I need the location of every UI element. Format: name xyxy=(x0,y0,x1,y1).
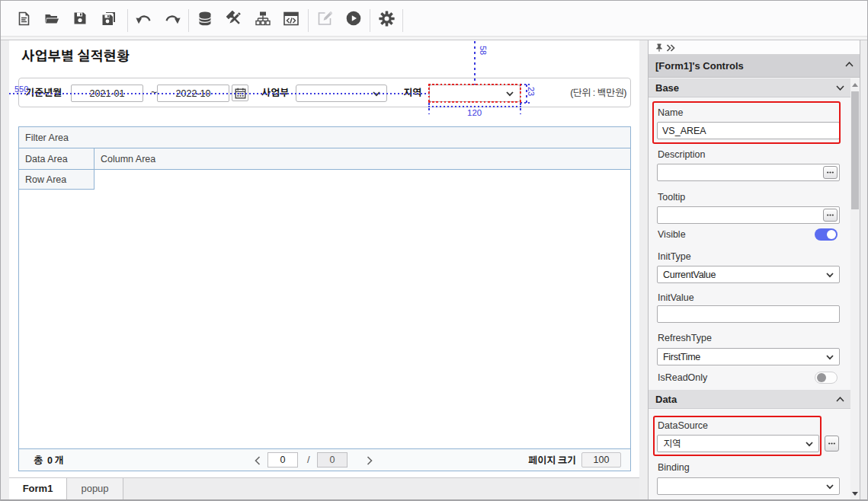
guide-tick-v xyxy=(428,103,430,114)
chevron-down-icon xyxy=(826,273,834,278)
refreshtype-select[interactable]: FirstTime xyxy=(657,348,840,365)
pivot-data-area-label: Data Area xyxy=(25,153,68,165)
code-icon xyxy=(283,11,299,26)
save-button[interactable] xyxy=(66,5,94,32)
total-label-text: 총 xyxy=(34,455,43,466)
initvalue-input[interactable] xyxy=(657,305,840,323)
edit-button[interactable] xyxy=(311,5,338,32)
ellipsis-icon xyxy=(827,214,834,216)
gear-icon xyxy=(379,11,395,27)
total-count-value: 0 xyxy=(47,455,52,466)
binding-select[interactable] xyxy=(657,477,840,495)
guide-line-top xyxy=(474,41,476,85)
pivot-grid: Filter Area Data Area Column Area Row Ar… xyxy=(18,126,631,471)
chevron-down-icon xyxy=(836,85,844,91)
run-button[interactable] xyxy=(340,5,367,32)
visible-toggle[interactable] xyxy=(815,228,838,241)
settings-button[interactable] xyxy=(373,5,400,32)
range-separator: ~ xyxy=(151,87,157,97)
pivot-filter-area[interactable]: Filter Area xyxy=(19,127,630,148)
new-file-icon xyxy=(17,11,31,26)
code-editor-button[interactable] xyxy=(277,5,305,32)
database-button[interactable] xyxy=(191,5,219,32)
visible-label: Visible xyxy=(658,230,686,240)
new-file-button[interactable] xyxy=(10,5,37,32)
undo-button[interactable] xyxy=(130,5,157,32)
grid-pagination: 총 0 개 / 페이지 크기 100 xyxy=(19,448,630,471)
pivot-row-area-label: Row Area xyxy=(25,174,66,186)
inspector-scrollbar[interactable] xyxy=(850,78,860,499)
collapse-panel-icon[interactable] xyxy=(666,44,675,52)
design-canvas: 사업부별 실적현황 기준년월 ~ 사업부 지역 xyxy=(9,40,639,477)
current-page-input[interactable] xyxy=(267,452,298,467)
chevron-left-icon xyxy=(255,456,261,465)
guide-tick-v xyxy=(520,103,521,114)
isreadonly-toggle[interactable] xyxy=(815,372,838,384)
chevron-up-icon xyxy=(845,62,854,67)
scroll-down-icon[interactable] xyxy=(852,492,858,496)
description-input[interactable] xyxy=(657,164,840,181)
section-data[interactable]: Data xyxy=(649,390,850,409)
save-all-icon xyxy=(101,11,117,26)
sitemap-icon xyxy=(255,11,271,26)
page-size-label: 페이지 크기 xyxy=(528,455,576,467)
tab-popup[interactable]: popup xyxy=(67,478,123,500)
chevron-up-icon xyxy=(836,397,844,402)
ellipsis-icon xyxy=(828,442,835,445)
chevron-down-icon xyxy=(826,484,834,490)
pivot-column-area[interactable]: Column Area xyxy=(94,148,630,170)
toggle-knob xyxy=(817,373,826,382)
tooltip-more-button[interactable] xyxy=(823,209,838,222)
toolbar-separator xyxy=(370,9,370,32)
name-highlight xyxy=(652,101,841,144)
inittype-value: CurrentValue xyxy=(663,270,716,280)
toolbar-separator xyxy=(402,9,403,32)
save-icon xyxy=(73,11,87,25)
tools-button[interactable] xyxy=(220,5,248,32)
redo-button[interactable] xyxy=(159,5,186,32)
page-size-value[interactable]: 100 xyxy=(581,452,621,467)
tab-form1[interactable]: Form1 xyxy=(9,478,67,500)
section-data-label: Data xyxy=(655,394,677,405)
tools-icon xyxy=(226,11,242,27)
refreshtype-label: RefreshType xyxy=(658,333,712,343)
chevron-right-icon xyxy=(367,456,373,465)
page-separator: / xyxy=(307,454,310,465)
save-all-button[interactable] xyxy=(95,5,123,32)
database-icon xyxy=(198,11,212,26)
inspector-header[interactable]: [Form1]'s Controls xyxy=(649,55,860,78)
guide-height: 23 xyxy=(527,87,535,96)
datasource-highlight xyxy=(653,416,822,456)
pivot-row-area[interactable]: Row Area xyxy=(19,170,94,190)
section-base[interactable]: Base xyxy=(649,78,850,97)
tooltip-label: Tooltip xyxy=(658,193,685,203)
total-pages-input xyxy=(317,452,348,467)
description-more-button[interactable] xyxy=(823,166,838,179)
main-toolbar xyxy=(1,1,867,37)
binding-label: Binding xyxy=(658,463,690,473)
datasource-more-button[interactable] xyxy=(825,436,839,452)
report-title: 사업부별 실적현황 xyxy=(21,49,130,65)
undo-icon xyxy=(136,12,152,24)
guide-line-left xyxy=(9,93,429,94)
pivot-data-area[interactable]: Data Area xyxy=(19,148,94,170)
pivot-filter-area-label: Filter Area xyxy=(25,132,69,144)
inittype-label: InitType xyxy=(658,252,691,262)
guide-offset-left: 550 xyxy=(14,85,28,94)
scrollbar-thumb[interactable] xyxy=(851,91,859,209)
tooltip-input[interactable] xyxy=(657,206,840,224)
toolbar-separator xyxy=(188,9,189,32)
pin-icon[interactable] xyxy=(655,43,663,52)
inspector-titlebar xyxy=(649,40,860,55)
scroll-up-icon[interactable] xyxy=(852,83,858,87)
next-page-button[interactable] xyxy=(364,455,376,467)
inspector-title: [Form1]'s Controls xyxy=(655,60,744,72)
total-unit-text: 개 xyxy=(54,455,63,466)
inittype-select[interactable]: CurrentValue xyxy=(657,266,840,283)
section-base-label: Base xyxy=(655,82,679,94)
prev-page-button[interactable] xyxy=(251,455,264,467)
edit-icon xyxy=(318,11,332,26)
open-button[interactable] xyxy=(38,5,66,32)
form-tab-strip: Form1 popup xyxy=(9,477,639,499)
sitemap-button[interactable] xyxy=(249,5,277,32)
